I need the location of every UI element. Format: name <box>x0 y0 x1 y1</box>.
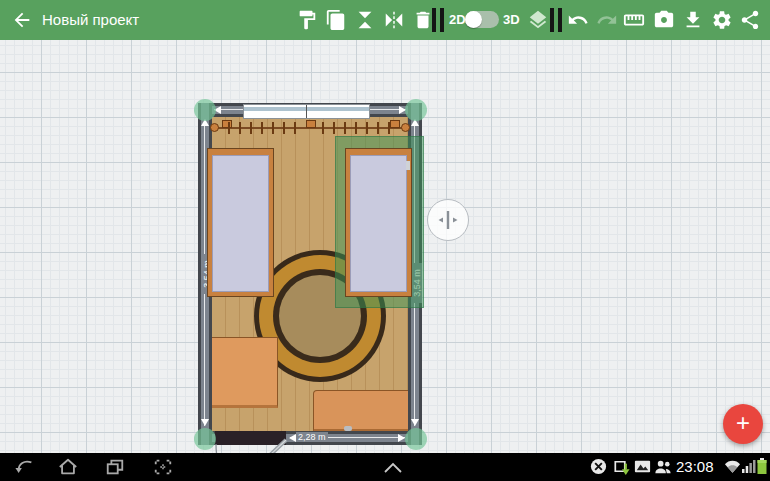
clock: 23:08 <box>676 453 714 481</box>
bed-handle <box>406 161 410 170</box>
door-swing-arc <box>216 444 233 453</box>
status-wifi-icon <box>724 459 741 478</box>
gear-icon <box>711 9 733 31</box>
mode-3d-label: 3D <box>503 0 520 40</box>
rod-finial-left <box>210 123 219 132</box>
layers-icon <box>527 9 549 31</box>
paint-roller-icon <box>296 9 318 31</box>
camera-icon <box>653 9 675 31</box>
wall-handle-dot[interactable] <box>344 426 352 431</box>
rod-bracket <box>306 120 316 128</box>
status-battery-icon <box>757 458 767 479</box>
status-signal-icon <box>742 459 756 478</box>
merge-vertical-button[interactable] <box>353 8 377 32</box>
keyboard-hide-button[interactable] <box>383 460 403 478</box>
undo-button[interactable] <box>566 8 590 32</box>
nav-back-button[interactable] <box>14 457 36 481</box>
download-button[interactable] <box>681 8 705 32</box>
bed-left[interactable] <box>207 148 274 297</box>
mode-2d-label: 2D <box>449 0 466 40</box>
ruler-icon <box>623 9 645 31</box>
corner-handle-top-left[interactable] <box>194 99 216 121</box>
copy-icon <box>325 9 347 31</box>
toolbar: Новый проект 2D <box>0 0 770 40</box>
nav-back-icon <box>14 463 36 480</box>
back-button[interactable] <box>10 8 34 32</box>
status-smart-rotate-icon <box>611 457 631 480</box>
arrow-down-icon <box>201 419 209 426</box>
settings-button[interactable] <box>710 8 734 32</box>
nav-recents-icon <box>104 463 126 480</box>
redo-button[interactable] <box>595 8 619 32</box>
curtain-rings-right <box>322 122 396 134</box>
status-mute-icon <box>589 457 608 480</box>
share-icon <box>739 9 761 31</box>
door[interactable] <box>200 430 310 453</box>
undo-icon <box>567 9 589 31</box>
door-leaf <box>233 440 286 453</box>
2d-3d-toggle[interactable] <box>465 11 499 28</box>
arrow-down-icon <box>411 419 419 426</box>
nav-home-icon <box>57 463 79 480</box>
redo-icon <box>596 9 618 31</box>
paint-tool-button[interactable] <box>295 8 319 32</box>
plus-icon: + <box>736 409 750 436</box>
flip-horizontal-button[interactable] <box>382 8 406 32</box>
rect-table[interactable] <box>313 390 413 432</box>
nav-screenshot-button[interactable] <box>152 457 174 481</box>
chevron-up-icon <box>383 460 403 477</box>
plan-canvas[interactable]: 3,54 m 3,54 m 2,28 m <box>0 40 770 453</box>
arrow-right-icon <box>398 434 405 442</box>
bed-mattress <box>350 155 407 292</box>
status-gallery-icon <box>633 457 652 480</box>
toolbar-divider <box>550 8 563 32</box>
camera-button[interactable] <box>652 8 676 32</box>
android-navbar: 23:08 <box>0 453 770 481</box>
status-people-icon <box>653 457 673 480</box>
page-title: Новый проект <box>42 0 139 40</box>
corner-handle-bottom-left[interactable] <box>194 428 216 450</box>
ruler-button[interactable] <box>622 8 646 32</box>
rod-finial-right <box>401 123 410 132</box>
corner-handle-bottom-right[interactable] <box>405 428 427 450</box>
nav-home-button[interactable] <box>57 457 79 481</box>
trash-icon <box>412 9 434 31</box>
back-arrow-icon <box>11 9 33 31</box>
toggle-knob <box>465 11 482 28</box>
flip-horizontal-icon <box>383 9 405 31</box>
layers-button[interactable] <box>526 8 550 32</box>
copy-button[interactable] <box>324 8 348 32</box>
curtain-rod[interactable] <box>210 120 410 134</box>
share-button[interactable] <box>738 8 762 32</box>
toolbar-divider <box>432 8 445 32</box>
nav-recents-button[interactable] <box>104 457 126 481</box>
corner-handle-top-right[interactable] <box>405 99 427 121</box>
curtain-rings-left <box>228 122 302 134</box>
window[interactable] <box>243 104 370 119</box>
move-handle[interactable] <box>427 199 469 241</box>
add-item-fab[interactable]: + <box>723 404 763 444</box>
app-screen: Новый проект 2D <box>0 0 770 481</box>
bed-mattress <box>212 155 269 292</box>
move-horizontal-icon <box>428 226 468 243</box>
square-table[interactable] <box>207 337 278 408</box>
download-icon <box>682 9 704 31</box>
bed-right-selected[interactable] <box>345 148 412 297</box>
merge-vertical-icon <box>354 9 376 31</box>
window-mullion <box>306 105 307 118</box>
nav-screenshot-icon <box>152 463 174 480</box>
